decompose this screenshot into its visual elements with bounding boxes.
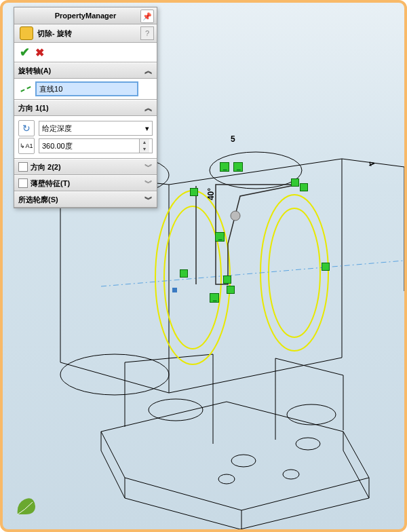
- cancel-button[interactable]: ✖: [35, 46, 44, 59]
- svg-point-1: [296, 438, 320, 450]
- reverse-direction-icon[interactable]: ↻: [18, 120, 35, 136]
- dropdown-icon: ▾: [145, 124, 149, 133]
- screenshot-root: ⎯ ⎯ ⎯ ⎯ 5 4 40° PropertyManager 📌 切除- 旋转…: [0, 0, 407, 532]
- axis-section-header[interactable]: 旋转轴(A) ︽: [14, 62, 157, 79]
- dir2-title: 方向 2(2): [31, 162, 61, 172]
- sketch-relation[interactable]: [291, 178, 299, 187]
- property-manager-panel: PropertyManager 📌 切除- 旋转 ? ✔ ✖ 旋转轴(A) ︽ …: [14, 7, 157, 208]
- thin-section-header[interactable]: 薄壁特征(T) ︾: [14, 175, 157, 191]
- svg-point-12: [260, 195, 328, 351]
- svg-point-3: [283, 470, 299, 479]
- svg-point-7: [60, 354, 169, 395]
- thin-checkbox[interactable]: [18, 178, 28, 188]
- sketch-relation[interactable]: [190, 188, 198, 196]
- axis-icon: [18, 83, 31, 96]
- svg-point-10: [155, 191, 230, 364]
- panel-title: PropertyManager: [55, 12, 116, 20]
- panel-header: PropertyManager 📌: [14, 7, 157, 24]
- svg-point-0: [231, 455, 256, 467]
- end-condition-value: 给定深度: [42, 124, 72, 134]
- svg-point-13: [231, 211, 240, 221]
- dimension-5[interactable]: 5: [231, 134, 235, 144]
- sketch-relation[interactable]: [227, 286, 235, 294]
- dir1-section-body: ↻ 给定深度 ▾ ↳A1 360.00度 ▲▼: [14, 116, 157, 159]
- svg-point-2: [218, 474, 235, 484]
- cut-revolve-icon: [20, 26, 33, 40]
- watermark-icon: [16, 497, 37, 516]
- feature-name: 切除- 旋转: [37, 28, 72, 39]
- angle-input[interactable]: 360.00度 ▲▼: [39, 138, 153, 153]
- ok-cancel-row: ✔ ✖: [14, 43, 157, 62]
- chevron-down-icon: ︾: [144, 162, 153, 173]
- svg-point-9: [164, 206, 221, 349]
- help-icon[interactable]: ?: [140, 26, 154, 40]
- chevron-down-icon: ︾: [144, 194, 153, 206]
- ok-button[interactable]: ✔: [20, 45, 30, 60]
- dir1-section-title: 方向 1(1): [18, 103, 49, 113]
- dir2-checkbox[interactable]: [18, 162, 28, 172]
- axis-section-body: 直线10: [14, 79, 157, 100]
- angle-value: 360.00度: [42, 141, 73, 151]
- sketch-relation[interactable]: ⎯: [210, 293, 219, 303]
- dimension-angle[interactable]: 40°: [206, 188, 216, 200]
- end-condition-select[interactable]: 给定深度 ▾: [39, 121, 153, 136]
- sketch-relation[interactable]: ⎯: [215, 232, 225, 242]
- dir2-section-header[interactable]: 方向 2(2) ︾: [14, 159, 157, 175]
- chevron-down-icon: ︾: [144, 178, 153, 189]
- svg-rect-14: [172, 288, 177, 292]
- chevron-up-icon: ︽: [144, 102, 153, 114]
- sketch-relation[interactable]: [300, 183, 308, 191]
- feature-title-bar: 切除- 旋转 ?: [14, 24, 157, 43]
- svg-point-4: [149, 399, 203, 421]
- sketch-relation[interactable]: ⎯: [233, 162, 243, 172]
- sketch-relation[interactable]: [180, 269, 188, 278]
- axis-input[interactable]: 直线10: [35, 81, 138, 96]
- chevron-up-icon: ︽: [144, 65, 153, 77]
- sketch-relation[interactable]: [223, 276, 231, 284]
- svg-point-11: [269, 208, 320, 337]
- svg-point-5: [287, 404, 336, 425]
- thin-title: 薄壁特征(T): [31, 178, 70, 189]
- sketch-relation[interactable]: [322, 263, 330, 271]
- angle-icon: ↳A1: [18, 138, 35, 154]
- axis-section-title: 旋转轴(A): [18, 66, 51, 76]
- spinner-buttons[interactable]: ▲▼: [139, 139, 149, 153]
- sketch-relation[interactable]: ⎯: [220, 162, 229, 172]
- dir1-section-header[interactable]: 方向 1(1) ︽: [14, 100, 157, 116]
- contour-section-header[interactable]: 所选轮廓(S) ︾: [14, 191, 157, 208]
- pin-icon[interactable]: 📌: [140, 10, 154, 23]
- contour-title: 所选轮廓(S): [18, 195, 58, 205]
